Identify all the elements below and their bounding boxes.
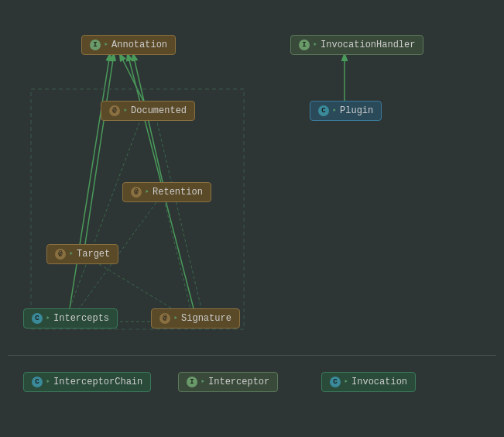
invocation-label: Invocation [351, 377, 407, 387]
documented-label: Documented [131, 105, 187, 116]
link-icon: ‣ [46, 377, 50, 387]
documented-node[interactable]: @ ‣ Documented [101, 101, 195, 121]
invocationhandler-label: InvocationHandler [321, 40, 415, 50]
interceptor-node[interactable]: I ‣ Interceptor [178, 372, 278, 392]
svg-rect-12 [31, 89, 244, 329]
interceptorchain-label: InterceptorChain [53, 377, 142, 387]
link-icon: ‣ [104, 40, 108, 50]
link-icon: ‣ [313, 40, 317, 50]
link-icon: ‣ [332, 106, 337, 115]
svg-line-2 [85, 54, 114, 244]
plugin-node[interactable]: C ‣ Plugin [310, 101, 382, 121]
interface-icon: I [299, 40, 310, 50]
invocation-node[interactable]: C ‣ Invocation [321, 372, 416, 392]
retention-label: Retention [153, 187, 203, 198]
intercepts-label: Intercepts [53, 313, 109, 324]
signature-node[interactable]: @ ‣ Signature [151, 308, 240, 329]
link-icon: ‣ [46, 314, 50, 323]
section-divider [8, 355, 496, 356]
annotation-icon: @ [159, 313, 170, 324]
link-icon: ‣ [344, 377, 348, 387]
class-icon: C [330, 377, 341, 387]
plugin-label: Plugin [340, 105, 373, 116]
annotation-node[interactable]: I ‣ Annotation [81, 35, 176, 55]
svg-line-4 [128, 54, 194, 308]
target-node[interactable]: @ ‣ Target [46, 244, 118, 264]
invocationhandler-node[interactable]: I ‣ InvocationHandler [290, 35, 423, 55]
annotation-icon: @ [131, 187, 142, 198]
target-label: Target [77, 249, 110, 260]
link-icon: ‣ [173, 314, 178, 323]
interceptor-label: Interceptor [208, 377, 269, 387]
svg-line-9 [70, 112, 143, 308]
svg-line-3 [70, 54, 110, 308]
retention-node[interactable]: @ ‣ Retention [122, 182, 211, 202]
intercepts-node[interactable]: C ‣ Intercepts [23, 308, 118, 329]
link-icon: ‣ [201, 377, 205, 387]
link-icon: ‣ [69, 249, 74, 259]
class-icon: C [318, 105, 329, 116]
class-icon: C [32, 377, 43, 387]
svg-line-0 [120, 54, 143, 101]
annotation-label: Annotation [111, 40, 167, 50]
interface-icon: I [187, 377, 197, 387]
class-icon: C [32, 313, 43, 324]
link-icon: ‣ [145, 188, 149, 197]
svg-line-6 [163, 194, 194, 322]
signature-label: Signature [181, 313, 231, 324]
annotation-icon: @ [55, 249, 66, 260]
interceptorchain-node[interactable]: C ‣ InterceptorChain [23, 372, 151, 392]
link-icon: ‣ [123, 106, 128, 115]
svg-line-10 [155, 112, 201, 308]
interface-icon: I [90, 40, 101, 50]
annotation-icon: @ [109, 105, 120, 116]
